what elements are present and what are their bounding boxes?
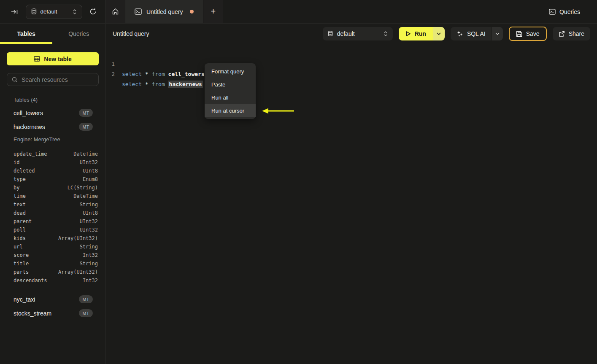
top-bar-left: default: [0, 0, 105, 23]
column-row: pollUInt32: [0, 226, 105, 234]
column-type: Array(UInt32): [58, 235, 98, 241]
column-type: Array(UInt32): [58, 269, 98, 275]
database-icon: [328, 31, 333, 37]
column-row: descendantsInt32: [0, 276, 105, 285]
engine-badge: MT: [79, 295, 93, 303]
home-button[interactable]: [105, 0, 125, 23]
column-name: id: [14, 159, 19, 165]
table-item-nyc-taxi[interactable]: nyc_taxi MT: [0, 292, 105, 306]
query-title: Untitled query: [113, 30, 149, 37]
sidebar: Tables Queries New table Tables (4: [0, 24, 105, 364]
column-row: deadUInt8: [0, 209, 105, 217]
new-table-label: New table: [44, 56, 71, 62]
save-button[interactable]: Save: [509, 27, 547, 41]
terminal-icon: [135, 8, 142, 15]
refresh-button[interactable]: [88, 6, 99, 17]
table-item-hackernews[interactable]: hackernews MT: [0, 120, 105, 134]
share-button[interactable]: Share: [553, 27, 590, 40]
play-icon: [405, 31, 411, 37]
column-type: UInt32: [80, 227, 98, 233]
column-row: kidsArray(UInt32): [0, 234, 105, 243]
chevron-updown-icon: [73, 9, 77, 15]
sidebar-tab-queries[interactable]: Queries: [53, 24, 105, 44]
column-name: time: [14, 193, 26, 199]
context-menu-item-format-query[interactable]: Format query: [205, 65, 256, 78]
search-resources-box: [7, 73, 99, 86]
column-name: dead: [14, 210, 26, 216]
column-name: kids: [14, 235, 26, 241]
column-name: score: [14, 252, 29, 258]
table-name: hackernews: [14, 124, 45, 130]
column-type: DateTime: [73, 151, 98, 157]
tables-section-title: Tables (4): [14, 97, 105, 103]
column-list: update_timeDateTime idUInt32 deletedUInt…: [0, 150, 105, 285]
column-name: poll: [14, 227, 26, 233]
column-row: urlString: [0, 243, 105, 251]
context-menu-item-run-at-cursor[interactable]: Run at cursor: [205, 104, 256, 117]
top-bar-right: Queries: [223, 0, 597, 23]
tab-label: Untitled query: [146, 8, 183, 15]
column-name: url: [14, 244, 23, 250]
column-row: partsArray(UInt32): [0, 268, 105, 276]
run-options-button[interactable]: [433, 27, 445, 40]
column-type: UInt32: [80, 159, 98, 165]
column-type: LC(String): [68, 185, 98, 191]
highlighted-word: hackernews: [168, 81, 203, 88]
toolbar-controls: default Run: [323, 27, 590, 41]
column-type: UInt8: [83, 210, 98, 216]
tab-untitled-query[interactable]: Untitled query: [125, 0, 203, 23]
engine-label: Engine: MergeTree: [14, 136, 105, 143]
sidebar-tab-tables[interactable]: Tables: [0, 24, 53, 44]
column-name: parts: [14, 269, 29, 275]
new-tab-button[interactable]: +: [203, 0, 223, 23]
column-type: String: [80, 202, 98, 208]
table-grid-icon: [34, 56, 40, 62]
column-type: DateTime: [73, 193, 98, 199]
sql-ai-options-button[interactable]: [492, 27, 503, 40]
queries-panel-label: Queries: [559, 8, 580, 15]
column-type: UInt32: [80, 218, 98, 224]
editor-context-menu: Format query Paste Run all Run at cursor: [205, 63, 256, 119]
database-selector[interactable]: default: [26, 5, 82, 19]
active-tab-underline: [0, 42, 52, 44]
new-table-button[interactable]: New table: [7, 52, 99, 65]
context-menu-item-paste[interactable]: Paste: [205, 78, 256, 91]
editor-line-2: 2 select * from hackernews limit 1000: [105, 59, 125, 69]
column-row: typeEnum8: [0, 175, 105, 183]
collapse-sidebar-button[interactable]: [9, 6, 20, 17]
unsaved-changes-dot: [190, 10, 194, 13]
editor-line-1: 1 select * from cell_towers limit 100;: [105, 49, 125, 59]
arrow-to-bar-icon: [11, 9, 18, 15]
engine-badge: MT: [79, 123, 93, 131]
sql-console-app: default: [0, 0, 597, 364]
run-button[interactable]: Run: [399, 27, 433, 40]
column-type: String: [80, 244, 98, 250]
queries-panel-button[interactable]: Queries: [549, 8, 580, 15]
chevron-down-icon: [495, 32, 500, 35]
column-type: UInt8: [83, 168, 98, 174]
column-name: deleted: [14, 168, 35, 174]
run-split-button: Run: [399, 27, 445, 40]
column-name: type: [14, 176, 26, 182]
line-number: 2: [106, 69, 115, 79]
sql-ai-split-button: SQL AI: [451, 27, 503, 40]
engine-badge: MT: [79, 109, 93, 117]
chevron-down-icon: [437, 32, 441, 35]
context-menu-item-run-all[interactable]: Run all: [205, 91, 256, 104]
refresh-icon: [89, 8, 97, 15]
table-item-stocks-stream[interactable]: stocks_stream MT: [0, 306, 105, 320]
column-row: scoreInt32: [0, 251, 105, 259]
query-database-selector[interactable]: default: [323, 27, 393, 40]
search-resources-input[interactable]: [22, 76, 98, 83]
column-row: deletedUInt8: [0, 167, 105, 175]
column-row: parentUInt32: [0, 217, 105, 226]
column-row: timeDateTime: [0, 192, 105, 200]
column-type: Int32: [83, 278, 98, 283]
column-type: String: [80, 261, 98, 267]
query-database-value: default: [337, 30, 379, 37]
sql-editor[interactable]: 1 select * from cell_towers limit 100; 2…: [105, 44, 597, 364]
table-name: nyc_taxi: [14, 296, 35, 303]
terminal-icon: [549, 9, 556, 15]
table-item-cell-towers[interactable]: cell_towers MT: [0, 106, 105, 120]
sql-ai-button[interactable]: SQL AI: [451, 27, 492, 40]
